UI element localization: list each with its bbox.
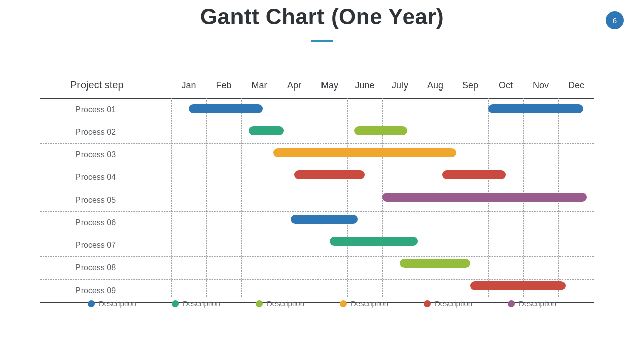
row-label: Process 01 [75, 105, 116, 114]
row-label: Process 02 [75, 128, 116, 137]
legend-swatch [508, 300, 515, 307]
chart-row: Process 08 [40, 257, 594, 280]
month-label: Mar [252, 80, 267, 91]
legend-label: Description [267, 299, 304, 308]
legend-label: Description [99, 299, 136, 308]
month-axis: JanFebMarAprMayJuneJulyAugSepOctNovDec [171, 80, 594, 94]
page-number-badge: 6 [606, 11, 624, 29]
project-step-header: Project step [70, 79, 124, 91]
legend: DescriptionDescriptionDescriptionDescrip… [0, 299, 644, 308]
row-label: Process 05 [75, 196, 116, 205]
chart-row: Process 04 [40, 166, 594, 189]
month-label: Apr [287, 80, 301, 91]
legend-label: Description [435, 299, 472, 308]
legend-item: Description [340, 299, 388, 308]
legend-item: Description [256, 299, 304, 308]
chart-row: Process 09 [40, 280, 594, 302]
chart-row: Process 07 [40, 234, 594, 257]
chart-row: Process 06 [40, 212, 594, 234]
legend-swatch [340, 300, 347, 307]
legend-item: Description [88, 299, 136, 308]
row-label: Process 03 [75, 150, 116, 159]
row-label: Process 09 [75, 286, 116, 295]
month-label: Aug [427, 80, 443, 91]
legend-label: Description [351, 299, 388, 308]
legend-label: Description [183, 299, 220, 308]
row-label: Process 04 [75, 173, 116, 182]
legend-swatch [88, 300, 95, 307]
slide-title: Gantt Chart (One Year) [0, 4, 644, 29]
slide: Gantt Chart (One Year) 6 Project step Ja… [0, 0, 644, 362]
month-label: Oct [499, 80, 513, 91]
month-label: Jan [181, 80, 196, 91]
month-label: Dec [568, 80, 584, 91]
month-label: May [321, 80, 338, 91]
title-underline [311, 40, 333, 42]
legend-item: Description [508, 299, 556, 308]
row-label: Process 07 [75, 241, 116, 250]
legend-swatch [256, 300, 263, 307]
month-label: July [392, 80, 408, 91]
legend-label: Description [519, 299, 556, 308]
month-label: Feb [216, 80, 231, 91]
month-label: Nov [533, 80, 549, 91]
legend-swatch [424, 300, 431, 307]
legend-swatch [172, 300, 179, 307]
chart-grid: Process 01Process 02Process 03Process 04… [40, 98, 594, 303]
chart-row: Process 05 [40, 189, 594, 212]
month-label: Sep [462, 80, 478, 91]
chart-row: Process 03 [40, 144, 594, 166]
row-label: Process 06 [75, 218, 116, 227]
row-label: Process 08 [75, 263, 116, 273]
legend-item: Description [172, 299, 220, 308]
vertical-grid-line [594, 98, 594, 297]
month-label: June [355, 80, 374, 91]
chart-row: Process 01 [40, 99, 594, 121]
legend-item: Description [424, 299, 472, 308]
chart-row: Process 02 [40, 121, 594, 144]
